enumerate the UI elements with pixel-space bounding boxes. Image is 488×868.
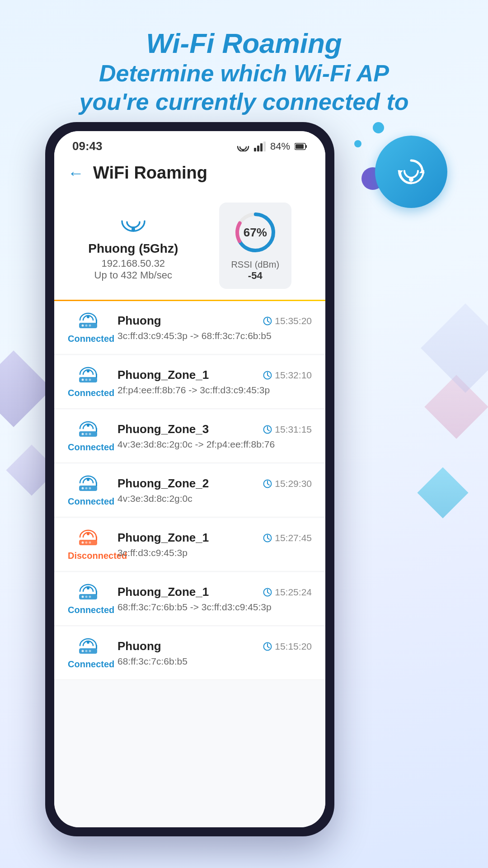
clock-icon [263,533,272,542]
list-item[interactable]: Connected Phuong 15:35:20 3c:ff:d3:c9:45… [54,301,325,354]
svg-point-38 [89,433,91,435]
network-speed: Up to 432 Mb/sec [88,269,178,281]
app-bar: ← WiFi Roaming [54,158,325,192]
accent-dot-blue-sm [373,122,384,133]
status-label: Connected [68,334,108,344]
current-connection-card: Phuong (5Ghz) 192.168.50.32 Up to 432 Mb… [54,192,325,300]
svg-rect-9 [305,145,307,148]
router-icon [75,420,101,439]
svg-point-29 [89,379,91,381]
item-details: Phuong_Zone_2 15:29:30 4v:3e:3d:8c:2g:0c [117,476,312,504]
svg-point-55 [85,542,88,544]
item-mac-address: 3c:ff:d3:c9:45:3p [117,547,312,558]
wifi-icon-large [88,210,178,238]
svg-point-69 [87,641,89,644]
item-mac-address: 4v:3e:3d:8c:2g:0c [117,493,312,504]
svg-point-42 [87,478,89,481]
svg-point-46 [85,487,88,490]
list-item[interactable]: Connected Phuong_Zone_1 15:25:24 68:ff:3… [54,572,325,626]
item-header: Phuong_Zone_1 15:32:10 [117,368,312,382]
status-label: Connected [68,605,108,615]
svg-rect-10 [296,144,304,149]
svg-point-74 [89,650,91,652]
svg-line-23 [267,321,269,322]
router-icon-container: Connected [68,311,108,344]
svg-point-27 [82,379,84,381]
svg-rect-6 [260,143,263,151]
router-icon-container: Connected [68,637,108,670]
svg-point-19 [85,325,88,327]
list-item[interactable]: Connected Phuong 15:15:20 68:ff:3c:7c:6b… [54,627,325,680]
item-mac-address: 4v:3e:3d:8c:2g:0c -> 2f:p4:ee:ff:8b:76 [117,439,312,450]
bg-decoration-1 [0,350,52,427]
svg-line-59 [267,538,269,539]
svg-point-20 [89,325,91,327]
connection-list[interactable]: Connected Phuong 15:35:20 3c:ff:d3:c9:45… [54,301,325,827]
bg-decoration-4 [417,467,468,518]
item-time: 15:27:45 [263,533,312,543]
list-item[interactable]: Disconnected Phuong_Zone_1 15:27:45 3c:f… [54,518,325,571]
router-icon [75,365,101,384]
router-icon [75,474,101,493]
svg-point-51 [87,533,89,535]
item-network-name: Phuong [117,639,161,653]
item-mac-address: 68:ff:3c:7c:6b:b5 [117,656,312,667]
status-bar: 09:43 84% [54,131,325,158]
svg-point-33 [87,424,89,427]
status-label: Connected [68,388,108,398]
item-time: 15:35:20 [263,316,312,326]
svg-rect-5 [257,146,259,151]
svg-line-32 [267,375,269,377]
signal-icon [254,142,266,151]
bg-decoration-5 [421,303,488,393]
rssi-gauge: 67% RSSI (dBm) -54 [219,203,291,289]
gauge-percent: 67% [244,226,267,240]
item-network-name: Phuong_Zone_1 [117,585,209,599]
svg-line-41 [267,429,269,431]
status-icons: 84% [237,141,307,152]
svg-point-24 [87,370,89,373]
svg-point-36 [82,433,84,435]
header-line3: you're currently connected to [0,88,488,116]
clock-icon [263,479,272,488]
back-button[interactable]: ← [68,164,84,183]
item-network-name: Phuong_Zone_3 [117,422,209,436]
svg-point-37 [85,433,88,435]
item-header: Phuong_Zone_1 15:27:45 [117,531,312,545]
phone-mockup: 09:43 84% [45,122,334,836]
item-details: Phuong_Zone_1 15:27:45 3c:ff:d3:c9:45:3p [117,531,312,558]
list-item[interactable]: Connected Phuong_Zone_2 15:29:30 4v:3e:3… [54,464,325,517]
item-time: 15:32:10 [263,370,312,381]
svg-point-65 [89,596,91,598]
router-icon [75,311,101,330]
svg-line-77 [267,646,269,648]
item-time: 15:25:24 [263,587,312,598]
item-mac-address: 68:ff:3c:7c:6b:b5 -> 3c:ff:d3:c9:45:3p [117,602,312,613]
status-label: Connected [68,659,108,670]
svg-point-11 [131,227,135,231]
item-mac-address: 3c:ff:d3:c9:45:3p -> 68:ff:3c:7c:6b:b5 [117,330,312,341]
item-details: Phuong 15:35:20 3c:ff:d3:c9:45:3p -> 68:… [117,314,312,341]
battery-icon [295,143,307,150]
svg-point-64 [85,596,88,598]
status-label: Connected [68,442,108,453]
list-item[interactable]: Connected Phuong_Zone_3 15:31:15 4v:3e:3… [54,410,325,463]
svg-point-28 [85,379,88,381]
network-ip: 192.168.50.32 [88,258,178,269]
item-network-name: Phuong_Zone_1 [117,368,209,382]
router-icon-container: Connected [68,474,108,507]
list-item[interactable]: Connected Phuong_Zone_1 15:32:10 2f:p4:e… [54,355,325,409]
clock-icon [263,316,272,326]
connection-info: Phuong (5Ghz) 192.168.50.32 Up to 432 Mb… [88,210,178,281]
battery-indicator: 84% [270,141,290,152]
svg-point-45 [82,487,84,490]
accent-dot-blue-xs [354,140,361,147]
svg-rect-53 [96,536,97,541]
clock-icon [263,425,272,434]
item-time: 15:15:20 [263,641,312,652]
app-title: WiFi Roaming [93,163,207,183]
header-section: Wi-Fi Roaming Determine which Wi-Fi AP y… [0,0,488,134]
svg-point-54 [82,542,84,544]
status-label: Disconnected [68,551,108,561]
item-header: Phuong 15:15:20 [117,639,312,653]
